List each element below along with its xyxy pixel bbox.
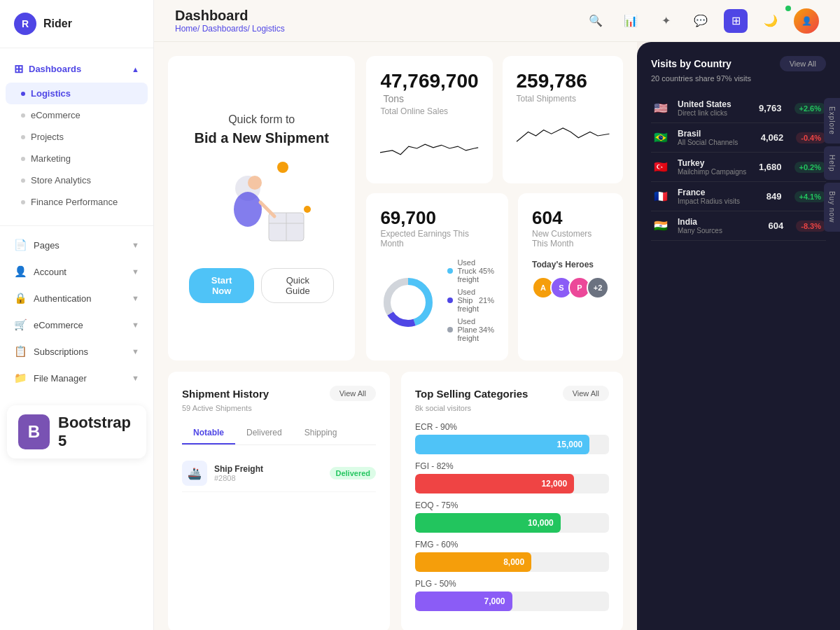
subscriptions-item[interactable]: 📋Subscriptions ▼	[0, 338, 153, 365]
country-flag: 🇹🇷	[651, 160, 671, 174]
dashboards-group[interactable]: ⊞ Dashboards ▲	[0, 55, 153, 83]
help-tab[interactable]: Help	[824, 146, 840, 181]
cat-bar-fill: 8,000	[415, 552, 531, 572]
sidebar: R Rider ⊞ Dashboards ▲ Logistics eCommer…	[0, 0, 154, 630]
cat-bar-fill: 10,000	[415, 513, 561, 533]
promo-line1: Quick form to	[228, 113, 295, 126]
shipment-subtitle: 59 Active Shipments	[182, 404, 376, 412]
quick-guide-button[interactable]: Quick Guide	[261, 268, 334, 303]
total-sales-card: 47,769,700 Tons Total Online Sales	[366, 56, 492, 183]
header-left: Dashboard Home/ Dashboards/ Logistics	[175, 8, 285, 34]
dot	[21, 157, 25, 161]
cat-label: ECR - 90%	[415, 422, 609, 432]
country-change: -8.3%	[796, 220, 826, 232]
buy-now-tab[interactable]: Buy now	[824, 183, 840, 231]
sidebar-item-logistics[interactable]: Logistics	[6, 83, 148, 104]
right-panel: Explore Help Buy now Visits by Country V…	[637, 42, 840, 630]
settings-icon[interactable]: ✦	[654, 9, 678, 33]
tab-delivered[interactable]: Delivered	[235, 422, 293, 444]
file-manager-item[interactable]: 📁File Manager ▼	[0, 365, 153, 391]
explore-tab[interactable]: Explore	[824, 98, 840, 144]
sales-chart	[380, 127, 478, 169]
cat-bar-bg: 8,000	[415, 552, 609, 572]
theme-toggle[interactable]: 🌙	[759, 9, 783, 33]
pages-icon: 📄	[14, 239, 27, 251]
donut-row: Used Truck freight 45% Used Ship freight…	[380, 258, 494, 346]
main-content: Dashboard Home/ Dashboards/ Logistics 🔍 …	[154, 0, 840, 630]
divider	[0, 225, 153, 226]
view-all-categories-button[interactable]: View All	[563, 386, 609, 401]
shipments-chart	[517, 115, 609, 157]
auth-item[interactable]: 🔒Authentication ▼	[0, 285, 153, 312]
sidebar-item-store-analytics[interactable]: Store Analytics	[0, 169, 153, 191]
tab-notable[interactable]: Notable	[182, 422, 235, 444]
chat-icon[interactable]: 💬	[689, 9, 713, 33]
chevron-down-icon: ▼	[132, 374, 139, 382]
promo-buttons: Start Now Quick Guide	[189, 268, 334, 303]
view-all-shipments-button[interactable]: View All	[330, 386, 376, 401]
earnings-card: 69,700 Expected Earnings This Month	[366, 193, 508, 360]
promo-illustration	[199, 160, 325, 251]
bootstrap-banner: B Bootstrap 5	[7, 405, 146, 458]
categories-subtitle: 8k social visitors	[415, 404, 609, 412]
start-now-button[interactable]: Start Now	[189, 268, 254, 303]
cat-bar-fill: 12,000	[415, 474, 574, 493]
country-info: Turkey Mailchimp Campaigns	[678, 158, 752, 176]
account-item[interactable]: 👤Account ▼	[0, 258, 153, 285]
sidebar-item-ecommerce[interactable]: eCommerce	[0, 104, 153, 126]
categories-bars: ECR - 90% 15,000 FGI - 82% 12,000 EOQ - …	[415, 422, 609, 611]
shipment-header: Shipment History View All	[182, 386, 376, 401]
grid-icon[interactable]: ⊞	[724, 9, 748, 33]
stat-value-shipments: 259,786	[517, 70, 609, 92]
country-info: India Many Sources	[678, 217, 762, 234]
chevron-down-icon: ▼	[132, 267, 139, 276]
customers-value: 604	[532, 207, 609, 229]
country-flag: 🇺🇸	[651, 102, 671, 115]
view-all-visits-button[interactable]: View All	[780, 56, 826, 71]
logo[interactable]: R Rider	[0, 0, 153, 48]
search-button[interactable]: 🔍	[584, 9, 608, 33]
country-item: 🇮🇳 India Many Sources 604 -8.3%	[651, 211, 826, 241]
earnings-label: Expected Earnings This Month	[380, 229, 494, 248]
legend-ship: Used Ship freight 21%	[447, 288, 494, 313]
cat-label: FMG - 60%	[415, 540, 609, 550]
subscriptions-icon: 📋	[14, 345, 27, 358]
content-main: Quick form to Bid a New Shipment	[154, 42, 637, 630]
pages-item[interactable]: 📄Pages ▼	[0, 232, 153, 258]
svg-point-4	[234, 192, 262, 227]
app-name: Rider	[43, 18, 72, 30]
ecommerce-item[interactable]: 🛒eCommerce ▼	[0, 312, 153, 338]
svg-point-3	[248, 176, 262, 190]
sidebar-item-marketing[interactable]: Marketing	[0, 148, 153, 169]
sidebar-item-finance[interactable]: Finance Performance	[0, 191, 153, 213]
country-flag: 🇫🇷	[651, 190, 671, 204]
auth-icon: 🔒	[14, 292, 27, 304]
svg-point-0	[277, 162, 288, 173]
cat-bar-bg: 10,000	[415, 513, 609, 533]
visits-header: Visits by Country View All	[651, 56, 826, 71]
category-bar-row: PLG - 50% 7,000	[415, 579, 609, 611]
status-dot	[785, 6, 791, 11]
page-title: Dashboard	[175, 8, 285, 24]
ship-type-icon: 🚢	[182, 461, 207, 486]
svg-line-8	[260, 202, 274, 216]
promo-line2: Bid a New Shipment	[195, 130, 329, 146]
customers-card: 604 New Customers This Month Today's Her…	[518, 193, 623, 360]
cat-label: EOQ - 75%	[415, 500, 609, 510]
earnings-value: 69,700	[380, 207, 494, 229]
bootstrap-icon: B	[18, 414, 50, 449]
file-manager-icon: 📁	[14, 372, 27, 384]
category-bar-row: EOQ - 75% 10,000	[415, 500, 609, 533]
stat-label-shipments: Total Shipments	[517, 94, 609, 104]
analytics-icon[interactable]: 📊	[619, 9, 643, 33]
category-bar-row: ECR - 90% 15,000	[415, 422, 609, 454]
user-avatar[interactable]: 👤	[794, 8, 819, 34]
tab-shipping[interactable]: Shipping	[293, 422, 349, 444]
breadcrumb: Home/ Dashboards/ Logistics	[175, 24, 285, 34]
donut-chart	[380, 274, 436, 330]
chevron-down-icon: ▼	[132, 347, 139, 356]
visits-title: Visits by Country	[651, 58, 732, 69]
categories-title: Top Selling Categories	[415, 388, 528, 400]
cat-bar-bg: 7,000	[415, 592, 609, 611]
sidebar-item-projects[interactable]: Projects	[0, 126, 153, 148]
